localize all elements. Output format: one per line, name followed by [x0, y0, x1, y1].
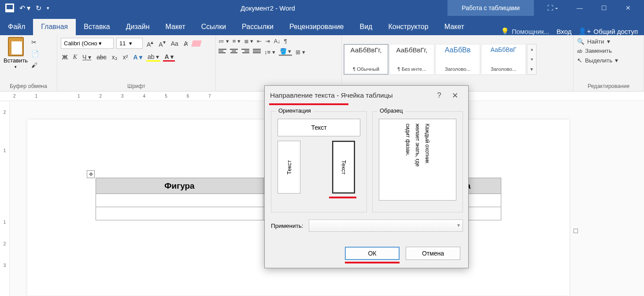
style-normal[interactable]: АаБбВвГг, ¶ Обычный — [344, 44, 389, 75]
tab-view[interactable]: Вид — [352, 19, 380, 35]
orientation-horizontal-option[interactable]: Текст — [278, 119, 360, 136]
style-heading2[interactable]: АаБбВвГ Заголово... — [481, 44, 526, 75]
tab-references[interactable]: Ссылки — [193, 19, 234, 35]
close-icon[interactable]: ✕ — [625, 4, 631, 11]
save-icon[interactable] — [5, 4, 14, 12]
tab-file[interactable]: Файл — [0, 19, 33, 35]
tab-layout[interactable]: Макет — [158, 19, 193, 35]
shrink-font-icon[interactable]: A▾ — [157, 38, 167, 49]
redo-icon[interactable]: ↻ — [36, 4, 41, 12]
ok-button[interactable]: ОК — [345, 247, 400, 260]
dialog-titlebar[interactable]: Направление текста - Ячейка таблицы ? ✕ — [265, 86, 468, 105]
annotation-underline — [269, 103, 348, 105]
table-cell[interactable] — [96, 194, 263, 207]
strike-button[interactable]: abc — [95, 53, 108, 62]
subscript-button[interactable]: x₂ — [111, 53, 119, 62]
highlight-button[interactable]: ab ▾ — [146, 52, 160, 62]
table-move-handle[interactable]: ✥ — [87, 170, 95, 178]
font-size-combo[interactable]: 11 ▾ — [116, 38, 143, 49]
multilevel-icon[interactable]: ≣ ▾ — [244, 38, 254, 44]
italic-button[interactable]: К — [72, 53, 78, 62]
tell-me[interactable]: 💡 Помощник... — [501, 27, 550, 35]
group-editing-label: Редактирование — [574, 81, 644, 91]
tab-table-design[interactable]: Конструктор — [380, 19, 436, 35]
ribbon-display-icon[interactable]: ⛶ ▾ — [547, 4, 558, 11]
minimize-icon[interactable]: — — [577, 4, 583, 11]
borders-icon[interactable]: ⊞ ▾ — [296, 49, 305, 55]
apply-to-row: Применить: — [271, 219, 463, 232]
copy-icon[interactable]: 📄 — [31, 50, 39, 57]
tab-table-layout[interactable]: Макет — [437, 19, 472, 35]
group-styles: АаБбВвГг, ¶ Обычный АаБбВвГг, ¶ Без инте… — [342, 35, 574, 91]
cut-icon[interactable]: ✂ — [31, 39, 39, 46]
style-no-spacing[interactable]: АаБбВвГг, ¶ Без инте... — [389, 44, 434, 75]
sample-label: Образец — [377, 107, 405, 114]
text-direction-dialog: Направление текста - Ячейка таблицы ? ✕ … — [264, 85, 469, 268]
table-resize-handle[interactable] — [574, 229, 578, 233]
bold-button[interactable]: Ж — [61, 53, 69, 62]
tab-design[interactable]: Дизайн — [118, 19, 158, 35]
change-case-icon[interactable]: Aa — [170, 39, 180, 48]
font-color-button[interactable]: A ▾ — [163, 52, 174, 62]
align-justify-icon[interactable] — [253, 49, 261, 55]
underline-button[interactable]: Ч ▾ — [81, 53, 93, 62]
dialog-title-text: Направление текста - Ячейка таблицы — [270, 91, 431, 99]
document-title: Документ2 - Word — [88, 4, 448, 12]
vertical-ruler[interactable]: 21123 — [0, 101, 10, 296]
bullets-icon[interactable]: ≔ ▾ — [218, 38, 229, 44]
select-button[interactable]: ↖ Выделить ▾ — [577, 57, 618, 64]
styles-gallery-scroll[interactable]: ▴▾▼ — [527, 44, 537, 75]
align-center-icon[interactable] — [230, 49, 238, 55]
table-header-figure[interactable]: Фигура — [96, 178, 263, 194]
text-effects-icon[interactable]: A ▾ — [132, 53, 143, 62]
grow-font-icon[interactable]: A▴ — [145, 38, 155, 49]
ribbon: Вставить ▾ ✂ 📄 🖌 Буфер обмена Calibri (О… — [0, 35, 644, 91]
ribbon-tabs: Файл Главная Вставка Дизайн Макет Ссылки… — [0, 16, 644, 35]
table-cell[interactable] — [96, 207, 263, 220]
dialog-help-icon[interactable]: ? — [431, 91, 447, 100]
tab-home[interactable]: Главная — [33, 19, 76, 35]
apply-to-label: Применить: — [271, 223, 303, 229]
dialog-close-icon[interactable]: ✕ — [447, 91, 463, 100]
replace-button[interactable]: ab Заменить — [577, 48, 612, 54]
style-heading1[interactable]: АаБбВв Заголово... — [435, 44, 480, 75]
maximize-icon[interactable]: ☐ — [601, 4, 607, 11]
cancel-button[interactable]: Отмена — [406, 247, 460, 260]
orientation-label: Ориентация — [276, 107, 314, 114]
sign-in-button[interactable]: Вход — [557, 28, 572, 35]
superscript-button[interactable]: x² — [122, 53, 130, 62]
line-spacing-icon[interactable]: ↕≡ ▾ — [264, 49, 275, 55]
font-name-combo[interactable]: Calibri (Осно ▾ — [61, 38, 114, 49]
find-button[interactable]: 🔍 Найти ▾ — [577, 38, 610, 45]
sample-group: Образец Каждый охотник желает знать, где… — [372, 111, 463, 212]
orientation-vertical-down-option[interactable]: Текст — [332, 141, 355, 194]
tab-review[interactable]: Рецензирование — [281, 19, 352, 35]
sort-icon[interactable]: A↓ — [274, 38, 280, 44]
group-font-label: Шрифт — [57, 81, 215, 91]
decrease-indent-icon[interactable]: ⇤ — [257, 38, 262, 44]
format-painter-icon[interactable]: 🖌 — [31, 62, 39, 69]
numbering-icon[interactable]: ≡ ▾ — [233, 38, 241, 44]
group-editing: 🔍 Найти ▾ ab Заменить ↖ Выделить ▾ Редак… — [574, 35, 644, 91]
align-left-icon[interactable] — [218, 49, 226, 55]
undo-icon[interactable]: ↶ ▾ — [19, 4, 30, 12]
share-button[interactable]: 👤+ Общий доступ — [578, 27, 638, 35]
increase-indent-icon[interactable]: ⇥ — [265, 38, 270, 44]
clear-format-icon[interactable]: A̷ — [182, 39, 189, 48]
group-clipboard: Вставить ▾ ✂ 📄 🖌 Буфер обмена — [0, 35, 57, 91]
group-clipboard-label: Буфер обмена — [0, 81, 57, 91]
tab-insert[interactable]: Вставка — [76, 19, 118, 35]
orientation-vertical-up-option[interactable]: Текст — [278, 141, 300, 194]
tab-mailings[interactable]: Рассылки — [234, 19, 281, 35]
qat-dropdown-icon[interactable]: ▾ — [47, 5, 49, 11]
annotation-underline — [345, 262, 400, 263]
align-right-icon[interactable] — [241, 49, 249, 55]
paste-button[interactable]: Вставить ▾ — [4, 37, 28, 69]
group-paragraph: ≔ ▾ ≡ ▾ ≣ ▾ ⇤ ⇥ A↓ ¶ ↕≡ ▾ 🪣 ▾ ⊞ ▾ — [216, 35, 342, 91]
apply-to-combo[interactable] — [309, 219, 463, 232]
show-marks-icon[interactable]: ¶ — [284, 38, 287, 44]
eraser-icon[interactable] — [191, 40, 202, 47]
clipboard-icon — [8, 37, 24, 56]
table-tools-contextual-tab: Работа с таблицами — [448, 0, 534, 16]
shading-icon[interactable]: 🪣 ▾ — [279, 48, 292, 56]
